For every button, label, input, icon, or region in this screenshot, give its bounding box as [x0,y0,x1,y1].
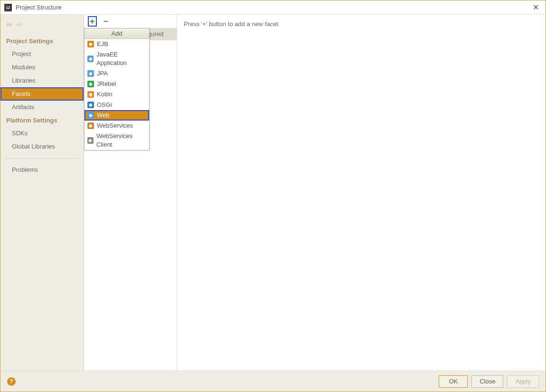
popup-item-label: Kotlin [97,90,113,99]
close-icon[interactable]: ✕ [530,3,542,12]
app-icon: IJ [4,4,12,11]
add-button[interactable]: + [90,17,95,26]
sidebar-item-global-libraries[interactable]: Global Libraries [0,140,84,153]
popup-item-label: JavaEE Application [96,50,146,67]
back-icon[interactable]: ⇦ [6,20,12,29]
sidebar-item-problems[interactable]: Problems [0,163,84,177]
ejb-icon: ◆ [87,41,94,47]
popup-item-label: WebServices Client [96,132,146,149]
javaee-icon: ◆ [87,56,94,62]
popup-item-label: WebServices [97,121,133,130]
jrebel-icon: ◆ [87,81,94,87]
popup-item-label: JPA [97,69,108,78]
popup-item-webservices-client[interactable]: ◆WebServices Client [85,131,149,150]
sidebar-divider [6,158,78,159]
close-button[interactable]: Close [471,375,503,388]
popup-item-webservices[interactable]: ◆WebServices [85,121,149,131]
popup-item-jrebel[interactable]: ◆JRebel [85,79,149,89]
add-facet-popup: Add ◆EJB◆JavaEE Application◆JPA◆JRebel◆K… [84,28,150,150]
apply-button[interactable]: Apply [507,375,539,388]
popup-item-label: JRebel [97,80,116,88]
popup-item-javaee-application[interactable]: ◆JavaEE Application [85,49,149,68]
help-icon[interactable]: ? [7,377,16,386]
hint-text: Press '+' button to add a new facet [184,20,539,28]
titlebar: IJ Project Structure ✕ [0,0,546,15]
popup-item-ejb[interactable]: ◆EJB [85,39,149,49]
sidebar: ⇦ ⇨ Project Settings ProjectModulesLibra… [0,15,84,371]
ok-button[interactable]: OK [439,375,468,388]
ws-icon: ◆ [87,122,94,129]
middle-panel: + − Nothing to show configured Add ◆EJB◆… [84,15,177,371]
sidebar-item-libraries[interactable]: Libraries [0,74,84,87]
middle-toolbar: + − [84,15,177,28]
sidebar-item-sdks[interactable]: SDKs [0,127,84,140]
popup-item-label: EJB [97,40,108,48]
sidebar-item-project[interactable]: Project [0,47,84,61]
footer: ? OK Close Apply [0,371,546,392]
add-button-highlight: + [88,16,97,27]
forward-icon[interactable]: ⇨ [16,20,22,29]
web-icon: ◆ [87,112,94,119]
wsc-icon: ◆ [87,137,94,144]
section-project-settings: Project Settings [0,35,84,47]
main-panel: Press '+' button to add a new facet [177,15,546,371]
sidebar-item-facets[interactable]: Facets [0,87,84,101]
section-platform-settings: Platform Settings [0,114,84,127]
popup-item-label: OSGi [97,101,112,109]
jpa-icon: ◆ [87,70,94,77]
popup-item-osgi[interactable]: ◆OSGi [85,100,149,110]
popup-item-kotlin[interactable]: ◆Kotlin [85,89,149,100]
popup-item-jpa[interactable]: ◆JPA [85,68,149,79]
content-area: ⇦ ⇨ Project Settings ProjectModulesLibra… [0,15,546,371]
popup-header: Add [85,28,149,39]
sidebar-item-artifacts[interactable]: Artifacts [0,101,84,114]
remove-button[interactable]: − [104,17,109,26]
kotlin-icon: ◆ [87,91,94,98]
nav-arrows: ⇦ ⇨ [0,20,84,35]
popup-item-web[interactable]: ◆Web [85,110,149,121]
popup-item-label: Web [97,111,110,120]
osgi-icon: ◆ [87,102,94,108]
sidebar-item-modules[interactable]: Modules [0,61,84,74]
window-title: Project Structure [16,4,530,11]
